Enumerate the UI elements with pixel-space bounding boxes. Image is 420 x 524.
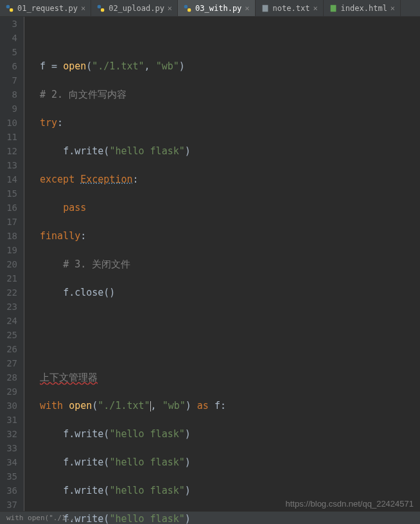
tab-02-upload[interactable]: 02_upload.py × xyxy=(91,0,178,16)
python-icon xyxy=(183,4,192,13)
svg-rect-1 xyxy=(10,8,13,12)
editor-area[interactable]: 3456789101112131415161718192021222324252… xyxy=(0,17,420,511)
close-icon[interactable]: × xyxy=(390,4,395,13)
tab-bar: 01_request.py × 02_upload.py × 03_with.p… xyxy=(0,0,420,17)
line-gutter: 3456789101112131415161718192021222324252… xyxy=(0,17,24,511)
svg-rect-2 xyxy=(98,5,101,8)
svg-rect-5 xyxy=(188,8,191,12)
code-content[interactable]: f = open("./1.txt", "wb") # 2. 向文件写内容 tr… xyxy=(33,17,337,511)
close-icon[interactable]: × xyxy=(313,4,317,13)
svg-rect-0 xyxy=(6,5,10,8)
fold-column[interactable] xyxy=(24,17,33,511)
tab-label: note.txt xyxy=(273,4,310,13)
tab-note-txt[interactable]: note.txt × xyxy=(256,0,324,16)
svg-rect-6 xyxy=(262,5,268,12)
tab-01-request[interactable]: 01_request.py × xyxy=(0,0,91,16)
html-file-icon xyxy=(329,4,338,13)
tab-03-with[interactable]: 03_with.py × xyxy=(178,0,255,16)
tab-label: 02_upload.py xyxy=(109,4,164,13)
watermark: https://blog.csdn.net/qq_22424571 xyxy=(286,499,414,509)
close-icon[interactable]: × xyxy=(245,4,249,13)
svg-rect-7 xyxy=(330,5,336,12)
tab-label: 03_with.py xyxy=(195,4,241,13)
close-icon[interactable]: × xyxy=(168,4,172,13)
text-file-icon xyxy=(261,4,270,13)
python-icon xyxy=(96,4,105,13)
tab-label: index.html xyxy=(341,4,387,13)
svg-rect-4 xyxy=(184,5,188,8)
tab-index-html[interactable]: index.html × xyxy=(324,0,401,16)
svg-rect-3 xyxy=(101,8,104,12)
close-icon[interactable]: × xyxy=(81,4,85,13)
tab-label: 01_request.py xyxy=(17,4,78,13)
python-icon xyxy=(5,4,14,13)
